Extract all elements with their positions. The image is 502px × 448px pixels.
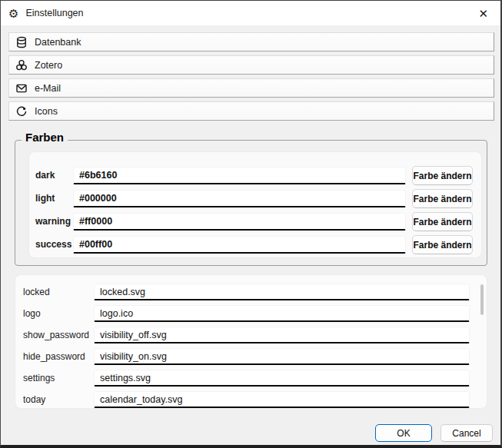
farben-legend: Farben <box>22 131 68 144</box>
color-row-success: success Farbe ändern <box>29 235 481 254</box>
icon-file-row-logo: logo <box>15 304 487 323</box>
gear-icon: ⚙ <box>8 8 18 19</box>
icon-file-row-show-password: show_password <box>15 326 487 344</box>
change-color-button[interactable]: Farbe ändern <box>412 166 473 185</box>
icon-file-label: locked <box>23 283 50 301</box>
scrollbar-thumb[interactable] <box>480 284 484 315</box>
refresh-icon <box>15 105 28 118</box>
icon-file-row-settings: settings <box>15 369 487 387</box>
icon-file-input[interactable] <box>94 370 470 387</box>
section-header-email[interactable]: e-Mail <box>8 78 494 98</box>
color-value-input[interactable] <box>73 190 406 207</box>
database-icon <box>15 36 28 48</box>
section-header-zotero[interactable]: Zotero <box>8 55 494 75</box>
color-row-dark: dark Farbe ändern <box>29 166 481 185</box>
icon-file-input[interactable] <box>94 391 470 408</box>
icon-file-input[interactable] <box>94 348 470 365</box>
mail-icon <box>15 82 28 95</box>
color-row-light: light Farbe ändern <box>29 189 481 208</box>
farben-groupbox: Farben dark Farbe ändern light Farbe änd… <box>15 140 487 266</box>
icon-file-input[interactable] <box>94 305 470 322</box>
section-label: Datenbank <box>35 37 81 48</box>
color-value-input[interactable] <box>73 213 406 231</box>
icon-file-label: settings <box>23 369 55 387</box>
icon-file-label: logo <box>23 304 41 323</box>
section-header-datenbank[interactable]: Datenbank <box>8 32 494 51</box>
icon-file-row-hide-password: hide_password <box>15 347 487 366</box>
section-label: Zotero <box>35 60 62 71</box>
ok-button[interactable]: OK <box>375 424 432 442</box>
farben-card: dark Farbe ändern light Farbe ändern war… <box>28 151 482 258</box>
icon-file-input[interactable] <box>94 284 470 300</box>
section-header-icons[interactable]: Icons <box>8 101 494 121</box>
color-label: success <box>35 235 71 254</box>
color-label: light <box>35 189 55 208</box>
change-color-button[interactable]: Farbe ändern <box>412 212 473 231</box>
close-icon[interactable]: ✕ <box>475 6 491 21</box>
window-title: Einstellungen <box>25 8 83 18</box>
settings-window: ⚙ Einstellungen ✕ Datenbank Zotero e-Mai… <box>0 0 502 448</box>
color-label: dark <box>35 166 55 185</box>
icon-files-panel: locked logo show_password hide_password … <box>15 274 487 409</box>
icon-file-input[interactable] <box>94 327 470 343</box>
color-value-input[interactable] <box>73 236 406 254</box>
color-row-warning: warning Farbe ändern <box>29 212 481 231</box>
icon-file-label: hide_password <box>23 347 85 366</box>
icon-file-label: today <box>23 390 45 409</box>
change-color-button[interactable]: Farbe ändern <box>412 235 473 254</box>
section-label: Icons <box>35 106 58 117</box>
zotero-icon <box>15 59 28 71</box>
titlebar: ⚙ Einstellungen ✕ <box>1 1 500 25</box>
icon-file-label: show_password <box>23 326 89 344</box>
icon-file-row-locked: locked <box>15 283 487 301</box>
change-color-button[interactable]: Farbe ändern <box>412 189 473 208</box>
color-value-input[interactable] <box>73 167 406 184</box>
color-label: warning <box>35 212 71 231</box>
section-label: e-Mail <box>35 83 61 94</box>
cancel-button[interactable]: Cancel <box>440 424 493 442</box>
icon-file-row-today: today <box>15 390 487 409</box>
